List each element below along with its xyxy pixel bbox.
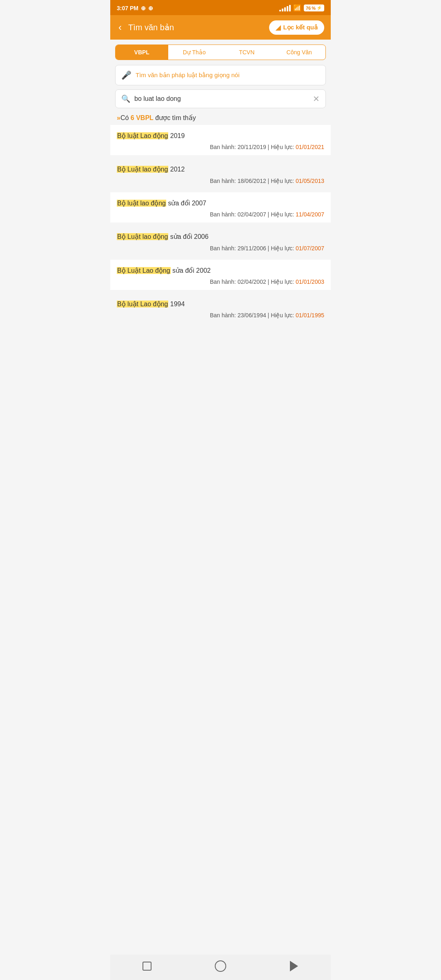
circle-icon: [215, 960, 226, 972]
separator: | Hiệu lực:: [268, 178, 296, 184]
result-meta: Ban hành: 20/11/2019 | Hiệu lực: 01/01/2…: [117, 144, 324, 150]
status-time: 3:07 PM ⊕ ⊕: [117, 5, 153, 11]
charging-icon: ⚡: [316, 5, 322, 11]
separator: | Hiệu lực:: [268, 144, 296, 150]
clear-icon[interactable]: ✕: [313, 94, 320, 104]
result-title: Bộ Luật lao động 2012: [117, 165, 324, 174]
battery-suffix: %: [312, 6, 316, 11]
hieu-luc: 01/07/2007: [296, 245, 324, 252]
ban-hanh: Ban hành: 18/06/2012: [210, 178, 266, 184]
results-prefix: Có: [120, 114, 131, 121]
list-item[interactable]: Bộ luật Lao động 2019 Ban hành: 20/11/20…: [110, 125, 331, 155]
hieu-luc: 01/05/2013: [296, 178, 324, 184]
title-rest: sửa đổi 2006: [168, 233, 208, 240]
result-title: Bộ Luật lao động sửa đổi 2006: [117, 232, 324, 241]
result-meta: Ban hành: 02/04/2002 | Hiệu lực: 01/01/2…: [117, 278, 324, 285]
time-text: 3:07 PM: [117, 5, 138, 11]
hieu-luc: 01/01/2021: [296, 144, 324, 150]
results-number: 6 VBPL: [131, 114, 154, 121]
tab-du-thao[interactable]: Dự Thảo: [168, 45, 221, 60]
nav-home-button[interactable]: [213, 959, 228, 973]
microphone-icon: 🎤: [121, 70, 131, 80]
nav-back-button[interactable]: [287, 959, 301, 973]
hieu-luc: 01/01/1995: [296, 312, 324, 318]
filter-icon: ◢: [276, 24, 281, 31]
search-bar: 🔍 ✕: [115, 89, 326, 108]
title-highlighted: Bộ Luật lao động: [117, 233, 168, 240]
results-suffix: được tìm thấy: [154, 114, 196, 121]
list-item[interactable]: Bộ Luật Lao động sửa đổi 2002 Ban hành: …: [110, 260, 331, 290]
battery-text: 76: [306, 6, 311, 11]
title-rest: 2019: [168, 132, 185, 139]
separator: | Hiệu lực:: [268, 278, 296, 285]
privacy-icon: ⊕: [141, 5, 146, 11]
hieu-luc: 01/01/2003: [296, 278, 324, 285]
list-item[interactable]: Bộ luật Lao động 1994 Ban hành: 23/06/19…: [110, 293, 331, 323]
title-rest: 2012: [168, 166, 185, 173]
nav-recent-button[interactable]: [140, 959, 154, 973]
result-title: Bộ luật Lao động 1994: [117, 300, 324, 309]
result-list: Bộ luật Lao động 2019 Ban hành: 20/11/20…: [110, 125, 331, 359]
separator: | Hiệu lực:: [268, 245, 296, 252]
result-meta: Ban hành: 29/11/2006 | Hiệu lực: 01/07/2…: [117, 245, 324, 252]
title-highlighted: Bộ luật Lao động: [117, 301, 168, 307]
privacy-icon-2: ⊕: [148, 5, 153, 11]
separator: | Hiệu lực:: [268, 312, 296, 318]
ban-hanh: Ban hành: 02/04/2007: [210, 211, 266, 218]
triangle-icon: [290, 961, 298, 971]
separator: | Hiệu lực:: [268, 211, 296, 218]
result-title: Bộ Luật Lao động sửa đổi 2002: [117, 266, 324, 275]
ban-hanh: Ban hành: 23/06/1994: [210, 312, 266, 318]
ban-hanh: Ban hành: 29/11/2006: [210, 245, 266, 252]
result-meta: Ban hành: 23/06/1994 | Hiệu lực: 01/01/1…: [117, 312, 324, 318]
list-item[interactable]: Bộ Luật lao động sửa đổi 2006 Ban hành: …: [110, 226, 331, 256]
title-highlighted: Bộ luật Lao động: [117, 132, 168, 139]
search-icon: 🔍: [121, 94, 130, 103]
status-icons: 📶 76 % ⚡: [279, 4, 324, 12]
battery-indicator: 76 % ⚡: [304, 4, 324, 11]
hieu-luc: 11/04/2007: [296, 211, 324, 218]
back-button[interactable]: ‹: [117, 20, 123, 35]
bottom-navigation: [110, 955, 331, 980]
header: ‹ Tìm văn bản ◢ Lọc kết quả: [110, 15, 331, 40]
tab-vbpl[interactable]: VBPL: [116, 45, 168, 60]
tab-bar: VBPL Dự Thảo TCVN Công Văn: [115, 45, 326, 60]
title-highlighted: Bộ luật lao động: [117, 200, 166, 207]
search-input[interactable]: [134, 95, 309, 102]
title-highlighted: Bộ Luật lao động: [117, 166, 168, 173]
title-rest: sửa đổi 2007: [166, 200, 206, 207]
list-item[interactable]: Bộ Luật lao động 2012 Ban hành: 18/06/20…: [110, 158, 331, 189]
ban-hanh: Ban hành: 20/11/2019: [210, 144, 266, 150]
ban-hanh: Ban hành: 02/04/2002: [210, 278, 266, 285]
results-count: »Có 6 VBPL được tìm thấy: [110, 108, 331, 125]
result-title: Bộ luật lao động sửa đổi 2007: [117, 199, 324, 208]
voice-search-bar[interactable]: 🎤 Tìm văn bản pháp luật bằng giọng nói: [115, 65, 326, 85]
page-title: Tìm văn bản: [128, 22, 269, 32]
arrow-icon: »: [117, 114, 120, 121]
filter-button[interactable]: ◢ Lọc kết quả: [269, 20, 324, 35]
filter-label: Lọc kết quả: [283, 24, 318, 31]
voice-search-text: Tìm văn bản pháp luật bằng giọng nói: [136, 71, 239, 79]
result-meta: Ban hành: 18/06/2012 | Hiệu lực: 01/05/2…: [117, 178, 324, 184]
square-icon: [143, 962, 151, 971]
title-rest: sửa đổi 2002: [171, 267, 211, 274]
wifi-icon: 📶: [293, 4, 301, 12]
title-rest: 1994: [168, 301, 185, 307]
list-item[interactable]: Bộ luật lao động sửa đổi 2007 Ban hành: …: [110, 192, 331, 223]
tab-tcvn[interactable]: TCVN: [220, 45, 273, 60]
signal-icon: [279, 5, 291, 11]
title-highlighted: Bộ Luật Lao động: [117, 267, 171, 274]
result-title: Bộ luật Lao động 2019: [117, 131, 324, 140]
status-bar: 3:07 PM ⊕ ⊕ 📶 76 % ⚡: [110, 0, 331, 15]
result-meta: Ban hành: 02/04/2007 | Hiệu lực: 11/04/2…: [117, 211, 324, 218]
tab-cong-van[interactable]: Công Văn: [273, 45, 326, 60]
